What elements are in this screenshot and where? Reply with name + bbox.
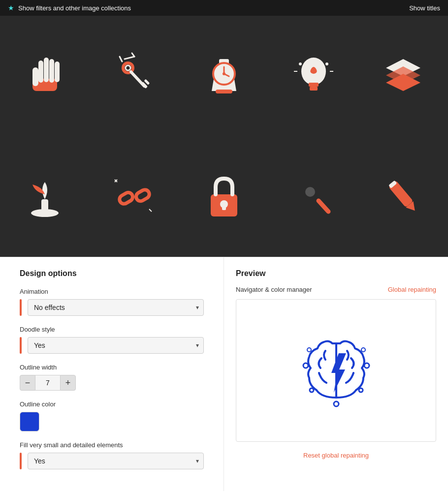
- svg-line-13: [132, 53, 134, 57]
- svg-point-10: [126, 65, 130, 70]
- reset-global-repainting-link[interactable]: Reset global repainting: [236, 448, 436, 463]
- gallery-cell-layers[interactable]: [358, 16, 448, 136]
- svg-rect-3: [49, 59, 54, 83]
- outline-width-field: Outline width − 7 +: [20, 364, 204, 391]
- outline-width-stepper: − 7 +: [20, 375, 204, 391]
- outline-color-label: Outline color: [20, 400, 204, 408]
- fill-small-select[interactable]: Yes No: [28, 453, 204, 469]
- svg-point-71: [307, 348, 311, 352]
- animation-orange-bar: [20, 299, 22, 316]
- fill-small-select-wrapper: Yes No ▾: [28, 453, 204, 469]
- svg-point-67: [364, 363, 369, 368]
- svg-rect-21: [309, 83, 319, 87]
- preview-box: [236, 299, 436, 442]
- gallery-cell-chain[interactable]: [90, 136, 179, 257]
- svg-point-70: [334, 401, 339, 406]
- bottom-panel: Design options Animation No effects Boun…: [0, 257, 448, 491]
- gallery-cell-scale[interactable]: [179, 16, 269, 136]
- outline-width-label: Outline width: [20, 364, 204, 371]
- preview-panel: Preview Navigator & color manager Global…: [224, 257, 448, 491]
- svg-line-12: [120, 57, 122, 62]
- gallery-cell-plant[interactable]: [0, 136, 90, 257]
- animation-select[interactable]: No effects Bounce Spin Pulse: [28, 299, 204, 316]
- outline-color-field: Outline color: [20, 400, 204, 431]
- fill-small-orange-bar: [20, 453, 22, 469]
- navigator-color-manager-label: Navigator & color manager: [236, 286, 312, 293]
- doodle-style-select[interactable]: Yes No: [28, 337, 204, 354]
- global-repainting-link[interactable]: Global repainting: [388, 286, 436, 293]
- gallery-cell-hand[interactable]: [0, 16, 90, 136]
- star-icon: ★: [8, 4, 14, 12]
- svg-point-24: [325, 62, 328, 65]
- svg-line-36: [149, 209, 152, 212]
- svg-rect-22: [310, 87, 318, 91]
- svg-point-69: [359, 388, 363, 392]
- svg-point-72: [361, 348, 365, 352]
- svg-line-42: [319, 201, 328, 212]
- animation-label: Animation: [20, 288, 204, 295]
- top-bar: ★ Show filters and other image collectio…: [0, 0, 448, 16]
- gallery-cell-lock[interactable]: [179, 136, 269, 257]
- svg-rect-2: [44, 58, 49, 82]
- icon-gallery: [0, 16, 448, 257]
- svg-rect-4: [55, 62, 60, 82]
- svg-line-11: [125, 57, 134, 59]
- doodle-select-wrapper: Yes No ▾: [28, 337, 204, 354]
- fill-small-field: Fill very small and detailed elements Ye…: [20, 441, 204, 469]
- svg-point-68: [310, 388, 314, 392]
- outline-width-value: 7: [35, 375, 60, 391]
- preview-nav: Navigator & color manager Global repaint…: [236, 286, 436, 293]
- preview-title: Preview: [236, 269, 436, 278]
- animation-field: Animation No effects Bounce Spin Pulse ▾: [20, 288, 204, 316]
- doodle-style-label: Doodle style: [20, 326, 204, 333]
- preview-brain-icon: [292, 326, 381, 415]
- fill-small-label: Fill very small and detailed elements: [20, 441, 204, 449]
- show-filters-label: Show filters and other image collections: [18, 4, 131, 12]
- gallery-cell-lightbulb[interactable]: [269, 16, 358, 136]
- svg-rect-5: [32, 67, 38, 86]
- animation-select-wrapper: No effects Bounce Spin Pulse ▾: [28, 299, 204, 316]
- svg-rect-19: [216, 90, 232, 93]
- outline-width-plus-button[interactable]: +: [60, 375, 76, 391]
- svg-rect-1: [38, 61, 43, 83]
- svg-rect-39: [222, 204, 226, 210]
- top-bar-left: ★ Show filters and other image collectio…: [8, 4, 131, 12]
- doodle-style-field: Doodle style Yes No ▾: [20, 326, 204, 354]
- svg-point-41: [305, 187, 315, 197]
- svg-rect-33: [134, 188, 151, 203]
- svg-point-23: [299, 62, 302, 65]
- outline-color-swatch[interactable]: [20, 412, 39, 431]
- gallery-cell-marker[interactable]: [358, 136, 448, 257]
- gallery-cell-search[interactable]: [269, 136, 358, 257]
- svg-point-66: [303, 363, 308, 368]
- outline-width-minus-button[interactable]: −: [20, 375, 35, 391]
- svg-rect-31: [41, 199, 48, 214]
- gallery-cell-keys[interactable]: [90, 16, 179, 136]
- design-options-title: Design options: [20, 269, 204, 278]
- show-titles-button[interactable]: Show titles: [409, 4, 440, 12]
- design-options-panel: Design options Animation No effects Boun…: [0, 257, 224, 491]
- doodle-orange-bar: [20, 337, 22, 354]
- svg-rect-32: [118, 191, 134, 206]
